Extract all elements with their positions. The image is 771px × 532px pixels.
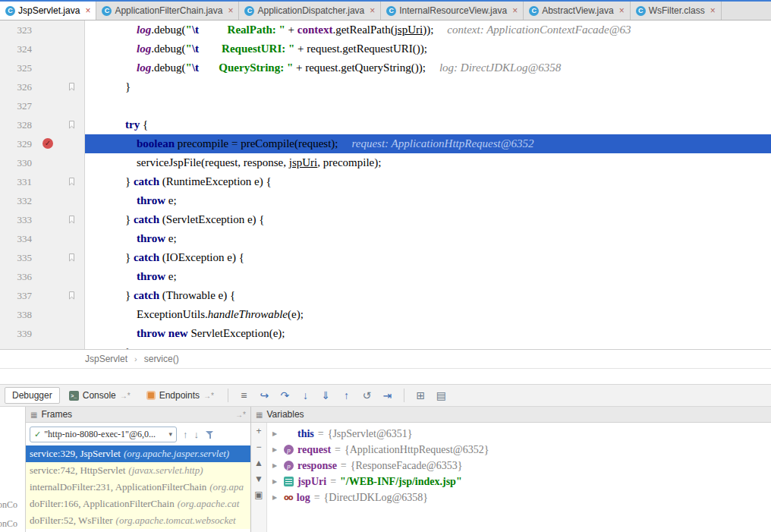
drop-frame-icon[interactable]: ↺ (358, 387, 376, 404)
code-line[interactable]: 327 (0, 96, 771, 115)
close-icon[interactable]: × (85, 5, 90, 16)
variable-value: {ResponseFacade@6353} (351, 460, 463, 472)
code-line[interactable]: 323 log.debug("\t RealPath: " + context.… (0, 20, 771, 39)
code-line[interactable]: 333 } catch (ServletException e) { (0, 210, 771, 229)
variable-row[interactable]: ▶oolog = {DirectJDKLog@6358} (267, 490, 771, 505)
tab-label: ApplicationFilterChain.java (115, 5, 222, 16)
expand-chevron-icon[interactable]: ▶ (272, 494, 280, 501)
java-class-icon: C (5, 6, 15, 16)
step-into-icon[interactable]: ↓ (297, 387, 314, 404)
frame-row[interactable]: internalDoFilter:231, ApplicationFilterC… (26, 479, 250, 496)
line-number: 327 (0, 96, 32, 115)
code-text: } catch (RuntimeException e) { (85, 172, 771, 191)
force-step-into-icon[interactable]: ⇓ (317, 387, 335, 404)
tab-abstractview-java[interactable]: CAbstractView.java× (524, 2, 631, 20)
code-line[interactable]: 331 } catch (RuntimeException e) { (0, 172, 771, 191)
code-line[interactable]: 335 } catch (IOException e) { (0, 248, 771, 267)
variable-name: this (297, 428, 314, 440)
next-frame-icon[interactable]: ↓ (194, 429, 200, 440)
code-line[interactable]: 332 throw e; (0, 191, 771, 210)
code-text: log.debug("\t RequestURI: " + request.ge… (85, 39, 771, 58)
gutter: 335 (0, 248, 85, 267)
close-icon[interactable]: × (228, 5, 233, 16)
tab-endpoints[interactable]: Endpoints →* (140, 387, 221, 404)
expand-chevron-icon[interactable]: ▶ (272, 430, 280, 437)
frame-row[interactable]: service:742, HttpServlet (javax.servlet.… (26, 462, 250, 479)
variable-name: log (297, 492, 310, 504)
code-line[interactable]: 328 try { (0, 115, 771, 134)
code-line[interactable]: 338 ExceptionUtils.handleThrowable(e); (0, 305, 771, 324)
variable-value: {ApplicationHttpRequest@6352} (345, 444, 489, 456)
tab-jspservlet-java[interactable]: CJspServlet.java× (0, 2, 96, 20)
tab-label: JspServlet.java (18, 5, 80, 16)
settings-menu-icon[interactable]: ≡ (235, 387, 253, 404)
code-line[interactable]: 329✓ boolean precompile = preCompile(req… (0, 134, 771, 153)
thread-selector[interactable]: ✓ "http-nio-8080-exec-1"@6,0... ▾ (30, 427, 177, 442)
code-line[interactable]: 340 } (0, 343, 771, 349)
frame-row[interactable]: doFilter:166, ApplicationFilterChain (or… (26, 496, 250, 512)
tab-wsfilter-class[interactable]: CWsFilter.class× (631, 2, 722, 20)
tab-internalresourceview-java[interactable]: CInternalResourceView.java× (381, 2, 524, 20)
editor-debug-splitter[interactable] (0, 369, 771, 384)
tab-applicationfilterchain-java[interactable]: CApplicationFilterChain.java× (96, 2, 239, 20)
step-over-icon[interactable]: ↷ (276, 387, 294, 404)
variable-row[interactable]: ▶jspUri = "/WEB-INF/jsp/index.jsp" (267, 474, 771, 490)
gutter: 337 (0, 286, 85, 305)
add-watch-icon[interactable]: + (256, 427, 261, 436)
tab-label: InternalResourceView.java (399, 5, 507, 16)
line-number: 328 (0, 115, 32, 134)
frames-list: service:329, JspServlet (org.apache.jasp… (26, 445, 250, 532)
tab-applicationdispatcher-java[interactable]: CApplicationDispatcher.java× (239, 2, 381, 20)
gutter: 329✓ (0, 134, 85, 153)
tab-console[interactable]: >_ Console →* (62, 387, 137, 404)
expand-chevron-icon[interactable]: ▶ (272, 478, 280, 485)
code-line[interactable]: 330 serviceJspFile(request, response, js… (0, 153, 771, 172)
line-number: 325 (0, 58, 32, 77)
bookmark-icon (68, 215, 75, 224)
thread-name: "http-nio-8080-exec-1"@6,0... (44, 429, 156, 440)
close-icon[interactable]: × (512, 5, 518, 16)
expand-chevron-icon[interactable]: ▶ (272, 446, 280, 453)
breadcrumb-class[interactable]: JspServlet (85, 354, 127, 364)
variable-row[interactable]: ▶presponse = {ResponseFacade@6353} (267, 458, 771, 474)
frame-location: doFilter:52, WsFilter (30, 515, 113, 527)
code-line[interactable]: 334 throw e; (0, 229, 771, 248)
float-window-icon[interactable]: →* (235, 411, 246, 419)
code-editor[interactable]: 323 log.debug("\t RealPath: " + context.… (0, 20, 771, 349)
breadcrumb-separator-icon: › (134, 354, 137, 364)
tab-debugger[interactable]: Debugger (5, 387, 60, 404)
gutter: 326 (0, 77, 85, 96)
expand-chevron-icon[interactable]: ▶ (272, 462, 280, 469)
close-icon[interactable]: × (710, 5, 716, 16)
run-to-cursor-icon[interactable]: ⇥ (379, 387, 396, 404)
code-line[interactable]: 324 log.debug("\t RequestURI: " + reques… (0, 39, 771, 58)
gutter: 340 (0, 343, 85, 349)
code-line[interactable]: 336 throw e; (0, 267, 771, 286)
debug-toolbar: Debugger >_ Console →* Endpoints →* ≡↪↷↓… (0, 384, 771, 407)
previous-frame-icon[interactable]: ↑ (183, 429, 188, 440)
line-number: 326 (0, 77, 32, 96)
move-watch-down-icon[interactable]: ▼ (254, 474, 263, 483)
close-icon[interactable]: × (619, 5, 625, 16)
code-line[interactable]: 325 log.debug("\t QueryString: " + reque… (0, 58, 771, 77)
breadcrumb-method[interactable]: service() (144, 354, 179, 364)
parameter-icon: p (284, 461, 294, 471)
step-out-icon[interactable]: ↑ (338, 387, 355, 404)
frame-row[interactable]: service:329, JspServlet (org.apache.jasp… (26, 445, 250, 462)
code-line[interactable]: 339 throw new ServletException(e); (0, 324, 771, 343)
show-execution-point-icon[interactable]: ↪ (256, 387, 273, 404)
close-icon[interactable]: × (370, 5, 375, 16)
evaluate-expression-icon[interactable]: ⊞ (412, 387, 430, 404)
frames-header: ▦ Frames →* (26, 407, 250, 423)
layout-settings-icon[interactable]: ▤ (433, 387, 450, 404)
filter-icon[interactable] (205, 430, 215, 439)
move-watch-up-icon[interactable]: ▲ (254, 458, 263, 467)
variable-row[interactable]: ▶prequest = {ApplicationHttpRequest@6352… (267, 442, 771, 458)
code-line[interactable]: 337 } catch (Throwable e) { (0, 286, 771, 305)
code-line[interactable]: 326 } (0, 77, 771, 96)
breakpoint-icon[interactable]: ✓ (42, 138, 53, 149)
frame-row[interactable]: doFilter:52, WsFilter (org.apache.tomcat… (26, 512, 250, 529)
variable-row[interactable]: ▶this = {JspServlet@6351} (267, 426, 771, 442)
duplicate-watch-icon[interactable]: ▣ (254, 490, 263, 499)
remove-watch-icon[interactable]: − (256, 442, 261, 452)
